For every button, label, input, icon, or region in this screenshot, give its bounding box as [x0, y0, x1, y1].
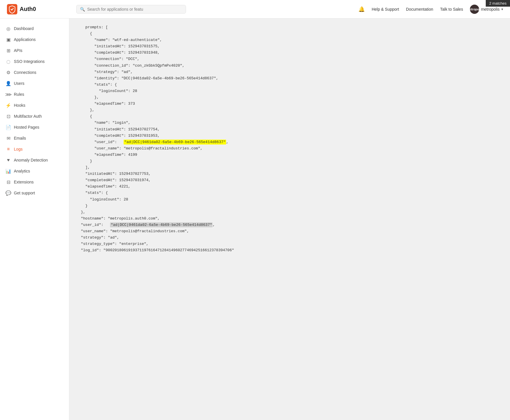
- sidebar-item-logs[interactable]: ≡Logs: [0, 144, 69, 155]
- apis-icon: ⊞: [6, 48, 11, 53]
- sidebar-item-applications[interactable]: ▣Applications: [0, 34, 69, 45]
- emails-icon: ✉: [6, 136, 11, 141]
- users-icon: 👤: [6, 81, 11, 86]
- sidebar-item-get-support[interactable]: 💬Get support: [0, 187, 69, 198]
- sidebar-item-anomaly-detection[interactable]: ♥Anomaly Detection: [0, 155, 69, 166]
- match-count: 2 matches: [489, 1, 507, 5]
- code-line: "connection": "DCC",: [81, 56, 498, 62]
- logo[interactable]: Auth0: [7, 4, 76, 14]
- sidebar-item-hosted-pages[interactable]: 📄Hosted Pages: [0, 122, 69, 133]
- sidebar-item-dashboard[interactable]: ◎Dashboard: [0, 23, 69, 34]
- code-line: "user_id": "ad|DCC|9461da02-6a5e-4b69-be…: [81, 222, 498, 228]
- code-line: },: [81, 107, 498, 113]
- code-line: "completedAt": 1529437031953,: [81, 133, 498, 139]
- sidebar-item-apis[interactable]: ⊞APIs: [0, 45, 69, 56]
- code-line: "initiatedAt": 1529437027754,: [81, 126, 498, 133]
- rules-icon: ⋙: [6, 92, 11, 97]
- code-line: prompts: [: [81, 24, 498, 31]
- code-line: "strategy": "ad",: [81, 235, 498, 241]
- code-line: ],: [81, 164, 498, 171]
- analytics-icon: 📊: [6, 168, 11, 174]
- sidebar-item-multifactor-auth-label: Multifactor Auth: [14, 114, 42, 119]
- sidebar-item-hooks-label: Hooks: [14, 103, 25, 108]
- code-line: }: [81, 158, 498, 164]
- code-line: }: [81, 203, 498, 209]
- code-line: },: [81, 209, 498, 215]
- code-line: "connection_id": "con_zkGbkSQpfmPx4020",: [81, 63, 498, 69]
- talk-to-sales-link[interactable]: Talk to Sales: [440, 7, 463, 12]
- topbar-right: 🔔 Help & Support Documentation Talk to S…: [358, 5, 503, 14]
- sidebar-item-rules-label: Rules: [14, 92, 24, 97]
- username: metropolis: [481, 7, 500, 12]
- search-input[interactable]: [87, 7, 182, 12]
- sidebar-item-get-support-label: Get support: [14, 191, 35, 195]
- sidebar-item-apis-label: APIs: [14, 48, 23, 53]
- sidebar-item-connections-label: Connections: [14, 70, 36, 75]
- hooks-icon: ⚡: [6, 103, 11, 108]
- applications-icon: ▣: [6, 37, 11, 42]
- bell-icon[interactable]: 🔔: [358, 6, 365, 12]
- code-view: prompts: [ { "name": "wtf-ed-authenticat…: [69, 18, 510, 259]
- sidebar-item-connections[interactable]: ⚙Connections: [0, 67, 69, 78]
- sidebar-item-emails-label: Emails: [14, 136, 26, 140]
- sidebar-item-users-label: Users: [14, 81, 25, 86]
- logo-text: Auth0: [20, 6, 36, 12]
- code-line: "stats": {: [81, 190, 498, 196]
- sidebar-item-rules[interactable]: ⋙Rules: [0, 89, 69, 100]
- extensions-icon: ⊟: [6, 179, 11, 185]
- search-icon: 🔍: [80, 7, 85, 12]
- code-line: "name": "login",: [81, 120, 498, 126]
- search-bar[interactable]: 🔍: [76, 5, 186, 14]
- sidebar-item-logs-label: Logs: [14, 147, 23, 151]
- code-line: "strategy": "ad",: [81, 69, 498, 75]
- match-badge: 2 matches: [486, 0, 510, 7]
- code-line: "log_id": "90020180619193711976164712841…: [81, 247, 498, 254]
- connections-icon: ⚙: [6, 70, 11, 75]
- code-line: "completedAt": 1529437031948,: [81, 50, 498, 56]
- dashboard-icon: ◎: [6, 26, 11, 31]
- sidebar: ◎Dashboard▣Applications⊞APIs◌SSO Integra…: [0, 18, 69, 420]
- layout: ◎Dashboard▣Applications⊞APIs◌SSO Integra…: [0, 18, 510, 420]
- code-line: "hostname": "metropolis.auth0.com",: [81, 215, 498, 222]
- logo-icon: [7, 4, 17, 14]
- code-line: "user_name": "metropolis@fractalindustri…: [81, 228, 498, 235]
- sidebar-item-extensions[interactable]: ⊟Extensions: [0, 177, 69, 187]
- code-line: "stats": {: [81, 82, 498, 88]
- multifactor-auth-icon: ⊡: [6, 114, 11, 119]
- topbar: Auth0 🔍 🔔 Help & Support Documentation T…: [0, 0, 510, 18]
- sidebar-item-users[interactable]: 👤Users: [0, 78, 69, 89]
- code-line: "user_id": "ad|DCC|9461da02-6a5e-4b69-be…: [81, 139, 498, 145]
- sidebar-item-multifactor-auth[interactable]: ⊡Multifactor Auth: [0, 111, 69, 122]
- code-line: "completedAt": 1529437031974,: [81, 177, 498, 183]
- logs-icon: ≡: [6, 147, 11, 152]
- sidebar-item-hosted-pages-label: Hosted Pages: [14, 125, 39, 130]
- code-line: "strategy_type": "enterprise",: [81, 241, 498, 247]
- sso-integrations-icon: ◌: [6, 59, 11, 64]
- anomaly-detection-icon: ♥: [6, 158, 11, 163]
- sidebar-item-sso-integrations[interactable]: ◌SSO Integrations: [0, 56, 69, 67]
- highlight-gray: "ad|DCC|9461da02-6a5e-4b69-be26-565e414d…: [110, 222, 213, 227]
- code-line: "elapsedTime": 4221,: [81, 183, 498, 190]
- code-line: "elapsedTime": 373: [81, 101, 498, 107]
- sidebar-item-hooks[interactable]: ⚡Hooks: [0, 100, 69, 111]
- help-support-link[interactable]: Help & Support: [372, 7, 399, 12]
- code-line: "initiatedAt": 1529437031575,: [81, 43, 498, 50]
- hosted-pages-icon: 📄: [6, 125, 11, 130]
- main-content: prompts: [ { "name": "wtf-ed-authenticat…: [69, 18, 510, 420]
- documentation-link[interactable]: Documentation: [406, 7, 433, 12]
- sidebar-item-emails[interactable]: ✉Emails: [0, 133, 69, 144]
- code-line: {: [81, 31, 498, 37]
- sidebar-item-extensions-label: Extensions: [14, 180, 33, 184]
- sidebar-item-anomaly-detection-label: Anomaly Detection: [14, 158, 48, 162]
- code-line: "user_name": "metropolis@fractalindustri…: [81, 145, 498, 152]
- code-line: "loginsCount": 28: [81, 196, 498, 203]
- code-line: "identity": "DCC|9461da02-6a5e-4b69-be26…: [81, 75, 498, 82]
- highlight-yellow: "ad|DCC|9461da02-6a5e-4b69-be26-565e414d…: [124, 140, 226, 145]
- sidebar-item-analytics[interactable]: 📊Analytics: [0, 166, 69, 177]
- code-line: "elapsedTime": 4199: [81, 152, 498, 158]
- chevron-down-icon: ▾: [501, 7, 503, 11]
- code-line: },: [81, 94, 498, 101]
- sidebar-item-analytics-label: Analytics: [14, 169, 30, 173]
- sidebar-item-dashboard-label: Dashboard: [14, 26, 34, 31]
- avatar: metropolis: [470, 5, 479, 14]
